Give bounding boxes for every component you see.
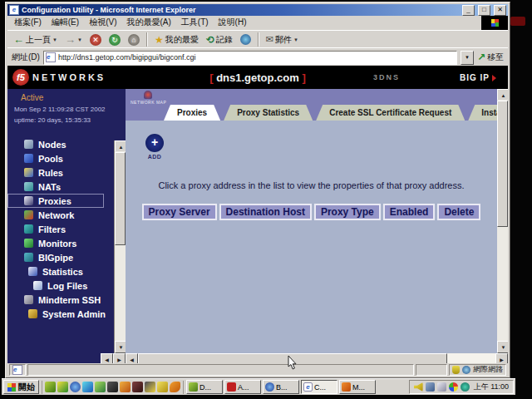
taskbar-window-buttons: D... A... B... eC... M... [186, 380, 376, 394]
pools-icon [24, 154, 33, 163]
scrollbar-thumb[interactable] [497, 101, 508, 227]
scroll-down-icon[interactable]: ▼ [115, 341, 126, 353]
quicklaunch-icon-11[interactable] [170, 382, 180, 392]
status-icon-pane: e [9, 364, 26, 376]
quicklaunch-icon-9[interactable] [145, 382, 155, 392]
menu-help[interactable]: 說明(H) [214, 17, 252, 28]
address-dropdown[interactable]: ▼ [461, 51, 474, 65]
taskbar-window-button-1[interactable]: D... [186, 380, 223, 394]
quicklaunch-icon-10[interactable] [157, 382, 168, 392]
taskbar-window-button-3[interactable]: B... [263, 380, 299, 394]
home-button[interactable] [126, 32, 142, 47]
favorites-button[interactable]: 我的最愛 [152, 32, 201, 47]
maximize-button[interactable]: □ [478, 5, 490, 16]
quicklaunch-icon-6[interactable] [107, 382, 118, 392]
taskbar: 開始 D... A... B... eC... M... [2, 378, 515, 395]
sidebar-item-mindterm-ssh[interactable]: Mindterm SSH [7, 293, 126, 307]
quicklaunch-icon-7[interactable] [120, 382, 131, 392]
add-proxy-button[interactable]: + ADD [144, 134, 165, 160]
sidebar-item-bigpipe[interactable]: BIGpipe [7, 250, 126, 264]
quicklaunch-icon-3[interactable] [70, 382, 81, 392]
quicklaunch-icon-4[interactable] [82, 382, 93, 392]
taskbar-window-button-4[interactable]: eC... [301, 380, 337, 394]
sidebar-horizontal-scrollbar[interactable]: ◀ ▶ [7, 353, 126, 363]
add-label: ADD [144, 154, 165, 160]
sidebar-item-monitors[interactable]: Monitors [7, 236, 126, 250]
column-proxy-server[interactable]: Proxy Server [142, 204, 217, 220]
system-uptime: uptime: 20 days, 15:35:33 [14, 116, 126, 124]
sidebar-item-network[interactable]: Network [7, 208, 126, 222]
forward-dropdown-icon[interactable]: ▼ [77, 37, 82, 42]
windows-flag-icon [7, 383, 16, 392]
forward-button[interactable]: ▼ [62, 32, 85, 47]
quicklaunch-icon-2[interactable] [57, 382, 68, 392]
mail-button[interactable]: 郵件 ▼ [264, 32, 301, 47]
scroll-left-icon[interactable]: ◀ [126, 353, 138, 363]
back-button[interactable]: 上一頁 ▼ [11, 32, 60, 47]
taskbar-clock[interactable]: 上午 11:00 [474, 382, 509, 392]
menu-edit[interactable]: 編輯(E) [47, 17, 84, 28]
scroll-right-icon[interactable]: ▶ [113, 353, 126, 363]
main-horizontal-scrollbar[interactable]: ◀ ▶ [126, 353, 508, 363]
mail-icon [266, 34, 273, 45]
system-tray: 上午 11:00 [409, 380, 514, 394]
sidebar-item-rules[interactable]: Rules [7, 165, 126, 180]
tab-proxies[interactable]: Proxies [164, 105, 220, 121]
column-delete[interactable]: Delete [437, 204, 480, 220]
address-input[interactable]: e http://dns1.getop.com/bigipgui/bigconf… [43, 51, 457, 65]
history-button[interactable]: 記錄 [204, 32, 235, 47]
network-icon [24, 210, 33, 219]
sidebar-item-filters[interactable]: Filters [7, 222, 126, 236]
refresh-button[interactable] [106, 32, 123, 47]
scrollbar-thumb[interactable] [115, 152, 126, 245]
menu-file[interactable]: 檔案(F) [9, 17, 47, 28]
sidebar-item-statistics[interactable]: Statistics [7, 264, 126, 278]
menu-tools[interactable]: 工具(T) [176, 17, 214, 28]
stop-button[interactable] [87, 32, 104, 47]
tab-band: NETWORK MAP Proxies Proxy Statistics Cre… [126, 89, 497, 121]
sidebar-item-proxies[interactable]: Proxies [7, 194, 104, 208]
tray-icon-4[interactable] [449, 382, 458, 392]
minimize-button[interactable]: _ [462, 5, 475, 16]
sidebar-vertical-scrollbar[interactable]: ▲ ▼ [114, 140, 126, 353]
add-plus-icon[interactable]: + [145, 134, 164, 152]
quicklaunch-icon-5[interactable] [95, 382, 106, 392]
titlebar[interactable]: e Configuration Utility - Microsoft Inte… [7, 4, 508, 16]
sidebar-item-system-admin[interactable]: System Admin [7, 307, 126, 321]
log-files-icon [33, 281, 42, 290]
tray-icon-2[interactable] [426, 382, 435, 392]
main-vertical-scrollbar[interactable]: ▲ ▼ [497, 89, 508, 353]
menu-view[interactable]: 檢視(V) [84, 17, 121, 28]
filters-icon [24, 224, 33, 234]
sidebar-item-label: Network [38, 210, 74, 220]
volume-icon[interactable] [414, 382, 423, 392]
sidebar-item-nodes[interactable]: Nodes [7, 137, 126, 151]
column-proxy-type[interactable]: Proxy Type [314, 204, 381, 220]
network-map-button[interactable]: NETWORK MAP [131, 91, 165, 105]
media-button[interactable] [238, 32, 254, 47]
column-destination-host[interactable]: Destination Host [219, 204, 312, 220]
close-button[interactable]: ✕ [494, 5, 506, 16]
tab-create-ssl-certificate-request[interactable]: Create SSL Certificate Request [316, 105, 465, 121]
start-button[interactable]: 開始 [3, 380, 39, 394]
sidebar-item-pools[interactable]: Pools [7, 151, 126, 165]
taskbar-window-button-5[interactable]: M... [339, 380, 376, 394]
tab-proxy-statistics[interactable]: Proxy Statistics [224, 105, 313, 121]
sidebar-item-nats[interactable]: NATs [7, 180, 126, 194]
go-button[interactable]: 移至 [477, 52, 504, 63]
taskbar-window-button-2[interactable]: A... [224, 380, 261, 394]
scroll-left-icon[interactable]: ◀ [101, 353, 113, 363]
mail-dropdown-icon[interactable]: ▼ [293, 37, 298, 42]
scrollbar-track[interactable] [447, 353, 495, 363]
quicklaunch-icon-8[interactable] [132, 382, 143, 392]
column-enabled[interactable]: Enabled [383, 204, 436, 220]
tab-install-ssl-certificate[interactable]: Install SSL Certif [468, 105, 497, 121]
sidebar-item-log-files[interactable]: Log Files [7, 278, 126, 293]
tray-icon-3[interactable] [437, 382, 446, 392]
tray-icon-5[interactable] [461, 382, 470, 392]
quicklaunch-icon-1[interactable] [45, 382, 56, 392]
scroll-down-icon[interactable]: ▼ [497, 341, 508, 353]
menu-favorites[interactable]: 我的最愛(A) [121, 17, 175, 28]
scroll-right-icon[interactable]: ▶ [495, 353, 508, 363]
back-dropdown-icon[interactable]: ▼ [52, 37, 57, 42]
